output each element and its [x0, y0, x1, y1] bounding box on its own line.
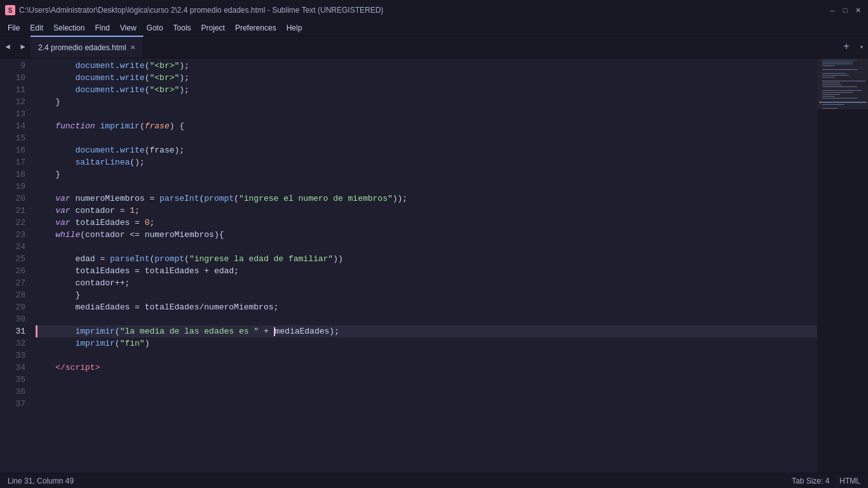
- statusbar: Line 31, Column 49 Tab Size: 4 HTML: [0, 473, 868, 488]
- ln-35: 35: [0, 374, 25, 386]
- code-line-26: totalEdades = totalEdades + edad;: [36, 265, 817, 277]
- status-language[interactable]: HTML: [839, 477, 860, 485]
- titlebar: S C:\Users\Administrator\Desktop\lógica\…: [0, 0, 868, 20]
- ln-19: 19: [0, 180, 25, 193]
- tab-close-button[interactable]: ✕: [130, 44, 135, 51]
- menu-view[interactable]: View: [115, 22, 142, 34]
- tab-file[interactable]: 2.4 promedio edades.html ✕: [31, 36, 144, 58]
- code-line-20: var numeroMiembros = parseInt(prompt("in…: [36, 193, 817, 205]
- ln-28: 28: [0, 289, 25, 301]
- code-line-16: document.write(frase);: [36, 144, 817, 156]
- code-line-15: [36, 132, 817, 144]
- ln-23: 23: [0, 229, 25, 241]
- code-line-32: imprimir("fin"): [36, 337, 817, 349]
- code-line-13: [36, 108, 817, 120]
- ln-26: 26: [0, 265, 25, 277]
- ln-32: 32: [0, 337, 25, 349]
- ln-36: 36: [0, 386, 25, 398]
- active-line-indicator: [36, 325, 37, 337]
- code-line-28: }: [36, 289, 817, 301]
- tab-label: 2.4 promedio edades.html: [38, 43, 126, 52]
- ln-25: 25: [0, 253, 25, 265]
- ln-16: 16: [0, 144, 25, 156]
- code-line-25: edad = parseInt(prompt("ingrese la edad …: [36, 253, 817, 265]
- menu-project[interactable]: Project: [196, 22, 230, 34]
- line-numbers: 9 10 11 12 13 14 15 16 17 18 19 20 21 22…: [0, 58, 31, 473]
- status-right: Tab Size: 4 HTML: [792, 477, 860, 485]
- code-line-17: saltarLinea();: [36, 156, 817, 168]
- menu-file[interactable]: File: [3, 22, 25, 34]
- ln-17: 17: [0, 156, 25, 168]
- code-line-35: [36, 374, 817, 386]
- minimap-viewport: [817, 58, 868, 109]
- code-line-29: mediaEdades = totalEdades/numeroMiembros…: [36, 301, 817, 313]
- minimize-button[interactable]: –: [827, 5, 837, 15]
- ln-22: 22: [0, 217, 25, 229]
- code-line-22: var totalEdades = 0;: [36, 217, 817, 229]
- ln-9: 9: [0, 60, 25, 72]
- menu-tools[interactable]: Tools: [168, 22, 196, 34]
- menu-find[interactable]: Find: [90, 22, 114, 34]
- ln-21: 21: [0, 205, 25, 217]
- maximize-button[interactable]: □: [840, 5, 850, 15]
- code-line-23: while(contador <= numeroMiembros){: [36, 229, 817, 241]
- menubar: File Edit Selection Find View Goto Tools…: [0, 20, 868, 36]
- menu-edit[interactable]: Edit: [25, 22, 48, 34]
- ln-18: 18: [0, 168, 25, 180]
- window-controls: – □ ✕: [827, 5, 863, 15]
- code-line-9: document.write("<br>");: [36, 60, 817, 72]
- ln-29: 29: [0, 301, 25, 313]
- ln-33: 33: [0, 349, 25, 362]
- menu-preferences[interactable]: Preferences: [230, 22, 281, 34]
- status-tab-size[interactable]: Tab Size: 4: [792, 477, 829, 485]
- code-line-19: [36, 180, 817, 193]
- tab-add-button[interactable]: +: [837, 36, 855, 58]
- code-line-10: document.write("<br>");: [36, 72, 817, 84]
- ln-15: 15: [0, 132, 25, 144]
- menu-help[interactable]: Help: [281, 22, 308, 34]
- menu-goto[interactable]: Goto: [142, 22, 168, 34]
- ln-31: 31: [0, 325, 25, 337]
- code-line-33: [36, 349, 817, 362]
- status-position[interactable]: Line 31, Column 49: [8, 477, 74, 485]
- editor: 9 10 11 12 13 14 15 16 17 18 19 20 21 22…: [0, 58, 868, 473]
- code-line-34: </script>: [36, 362, 817, 374]
- ln-14: 14: [0, 120, 25, 132]
- ln-37: 37: [0, 398, 25, 410]
- close-button[interactable]: ✕: [853, 5, 863, 15]
- code-line-21: var contador = 1;: [36, 205, 817, 217]
- code-line-24: [36, 241, 817, 253]
- ln-13: 13: [0, 108, 25, 120]
- ln-12: 12: [0, 96, 25, 108]
- minimap-content: [817, 58, 868, 440]
- ln-30: 30: [0, 313, 25, 325]
- code-line-27: contador++;: [36, 277, 817, 289]
- ln-24: 24: [0, 241, 25, 253]
- code-area[interactable]: document.write("<br>"); document.write("…: [31, 58, 817, 473]
- code-line-14: function imprimir(frase) {: [36, 120, 817, 132]
- title-text: C:\Users\Administrator\Desktop\lógica\cu…: [19, 6, 827, 15]
- ln-20: 20: [0, 193, 25, 205]
- ln-11: 11: [0, 84, 25, 96]
- ln-27: 27: [0, 277, 25, 289]
- code-line-12: }: [36, 96, 817, 108]
- code-line-30: [36, 313, 817, 325]
- code-line-18: }: [36, 168, 817, 180]
- menu-selection[interactable]: Selection: [48, 22, 90, 34]
- code-line-31: imprimir("la media de las edades es " + …: [36, 325, 817, 337]
- ln-34: 34: [0, 362, 25, 374]
- code-line-37: [36, 398, 817, 410]
- code-line-11: document.write("<br>");: [36, 84, 817, 96]
- tab-prev-button[interactable]: ◀: [0, 36, 15, 58]
- tab-dropdown-button[interactable]: ▾: [855, 36, 868, 58]
- tab-next-button[interactable]: ▶: [15, 36, 31, 58]
- app-icon: S: [5, 5, 15, 15]
- ln-10: 10: [0, 72, 25, 84]
- code-line-36: [36, 386, 817, 398]
- tabbar: ◀ ▶ 2.4 promedio edades.html ✕ + ▾: [0, 36, 868, 58]
- minimap: [817, 58, 868, 473]
